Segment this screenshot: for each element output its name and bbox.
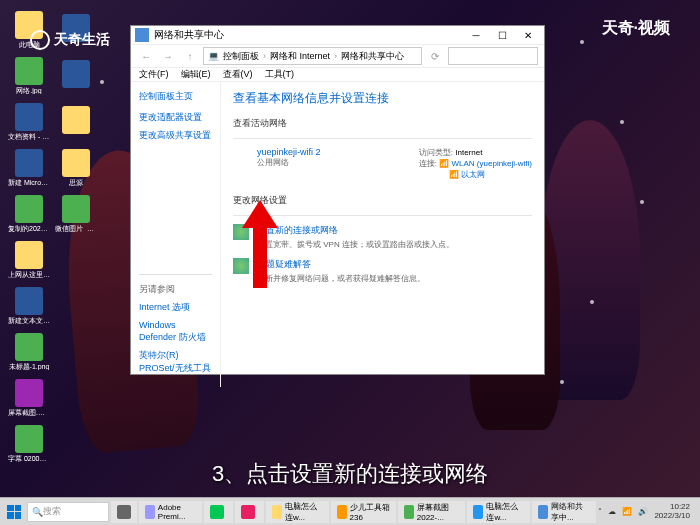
conn-label: 连接: bbox=[419, 159, 437, 168]
taskbar-search[interactable]: 🔍 搜索 bbox=[27, 502, 109, 522]
file-icon bbox=[62, 195, 90, 223]
sidebar: 控制面板主页 更改适配器设置 更改高级共享设置 另请参阅 Internet 选项… bbox=[131, 82, 221, 387]
watermark-right: 天奇·视频 bbox=[602, 18, 670, 39]
troubleshoot-desc: 诊断并修复网络问题，或者获得疑难解答信息。 bbox=[257, 273, 425, 284]
file-icon bbox=[15, 241, 43, 269]
task-label: 电脑怎么连w... bbox=[285, 501, 322, 523]
new-connection-link[interactable]: 设置新的连接或网络 bbox=[257, 224, 454, 237]
start-button[interactable] bbox=[4, 501, 25, 523]
taskbar-task[interactable] bbox=[235, 501, 264, 523]
task-icon bbox=[210, 505, 224, 519]
file-icon bbox=[15, 149, 43, 177]
desktop-icon[interactable]: 上网从这里开始.html bbox=[8, 238, 50, 280]
sidebar-firewall[interactable]: Windows Defender 防火墙 bbox=[139, 319, 212, 344]
task-icon bbox=[473, 505, 483, 519]
troubleshoot-link[interactable]: 问题疑难解答 bbox=[257, 258, 425, 271]
active-networks-title: 查看活动网络 bbox=[233, 117, 532, 130]
file-icon bbox=[15, 103, 43, 131]
up-button[interactable]: ↑ bbox=[181, 47, 199, 65]
maximize-button[interactable]: ☐ bbox=[490, 26, 514, 44]
forward-button[interactable]: → bbox=[159, 47, 177, 65]
desktop-icon[interactable]: 文档资料 - 072030... bbox=[8, 100, 50, 142]
access-label: 访问类型: bbox=[419, 148, 453, 157]
ethernet-link[interactable]: 以太网 bbox=[461, 170, 485, 179]
desktop-icon[interactable]: 字幕 020000.png bbox=[8, 422, 50, 464]
file-icon bbox=[15, 195, 43, 223]
icon-label: 新建文本文档.txt bbox=[8, 317, 50, 324]
task-label: 屏幕截图2022-... bbox=[417, 502, 460, 522]
wifi-icon[interactable]: 📶 bbox=[622, 507, 632, 516]
main-title: 查看基本网络信息并设置连接 bbox=[233, 90, 532, 107]
clock[interactable]: 10:22 2022/3/10 bbox=[654, 503, 690, 521]
breadcrumb[interactable]: 控制面板 bbox=[223, 50, 259, 63]
sidebar-sharing-settings[interactable]: 更改高级共享设置 bbox=[139, 129, 212, 142]
search-input[interactable] bbox=[448, 47, 538, 65]
desktop-icon[interactable]: 复制的2021 最新PNG 020000.png bbox=[8, 192, 50, 234]
menubar: 文件(F) 编辑(E) 查看(V) 工具(T) bbox=[131, 68, 544, 82]
breadcrumb-icon: 💻 bbox=[208, 51, 219, 61]
file-icon bbox=[15, 333, 43, 361]
desktop-icon[interactable] bbox=[55, 100, 97, 142]
taskbar-task[interactable]: 少儿工具箱 236 bbox=[331, 501, 396, 523]
tray-chevron-icon[interactable]: ˄ bbox=[598, 507, 602, 516]
taskbar-task[interactable]: 电脑怎么连w... bbox=[467, 501, 530, 523]
titlebar[interactable]: 网络和共享中心 ─ ☐ ✕ bbox=[131, 26, 544, 45]
icon-label: 思源 bbox=[69, 179, 83, 186]
desktop-icon[interactable]: 新建文本文档.txt bbox=[8, 284, 50, 326]
back-button[interactable]: ← bbox=[137, 47, 155, 65]
sidebar-internet-options[interactable]: Internet 选项 bbox=[139, 301, 212, 314]
refresh-button[interactable]: ⟳ bbox=[426, 47, 444, 65]
task-label: 少儿工具箱 236 bbox=[350, 502, 390, 522]
onedrive-icon[interactable]: ☁ bbox=[608, 507, 616, 516]
volume-icon[interactable]: 🔊 bbox=[638, 507, 648, 516]
taskbar-task[interactable]: 屏幕截图2022-... bbox=[398, 501, 466, 523]
menu-tools[interactable]: 工具(T) bbox=[265, 68, 295, 81]
breadcrumb[interactable]: 网络和 Internet bbox=[270, 50, 330, 63]
taskbar-task[interactable]: Adobe Premi... bbox=[139, 501, 202, 523]
icon-label: 上网从这里开始.html bbox=[8, 271, 50, 278]
icon-label: 屏幕截图.mp4 bbox=[8, 409, 50, 416]
desktop-icon[interactable]: 思源 bbox=[55, 146, 97, 188]
sidebar-adapter-settings[interactable]: 更改适配器设置 bbox=[139, 111, 212, 124]
network-sharing-window: 网络和共享中心 ─ ☐ ✕ ← → ↑ 💻 控制面板› 网络和 Internet… bbox=[130, 25, 545, 375]
icon-label: 新建 Microsoft... bbox=[8, 179, 50, 186]
file-icon bbox=[62, 60, 90, 88]
wlan-link[interactable]: WLAN (yuepinkeji-wifi) bbox=[452, 159, 532, 168]
menu-file[interactable]: 文件(F) bbox=[139, 68, 169, 81]
menu-edit[interactable]: 编辑(E) bbox=[181, 68, 211, 81]
task-icon bbox=[404, 505, 414, 519]
minimize-button[interactable]: ─ bbox=[464, 26, 488, 44]
task-icon bbox=[241, 505, 255, 519]
sidebar-section: 另请参阅 bbox=[139, 283, 212, 296]
task-label: 电脑怎么连w... bbox=[486, 501, 523, 523]
address-bar[interactable]: 💻 控制面板› 网络和 Internet› 网络和共享中心 bbox=[203, 47, 422, 65]
breadcrumb[interactable]: 网络和共享中心 bbox=[341, 50, 404, 63]
desktop-icon[interactable]: 微信图片_20220... bbox=[55, 192, 97, 234]
desktop-icon[interactable]: 新建 Microsoft... bbox=[8, 146, 50, 188]
task-icon bbox=[272, 505, 282, 519]
taskbar-task[interactable]: 电脑怎么连w... bbox=[266, 501, 329, 523]
watermark-left: 天奇生活 bbox=[30, 30, 110, 50]
desktop-icon[interactable]: 未标题-1.png bbox=[8, 330, 50, 372]
desktop-icon[interactable]: 屏幕截图.mp4 bbox=[8, 376, 50, 418]
new-connection-desc: 设置宽带、拨号或 VPN 连接；或设置路由器或接入点。 bbox=[257, 239, 454, 250]
sidebar-home[interactable]: 控制面板主页 bbox=[139, 90, 212, 103]
task-label: Adobe Premi... bbox=[158, 503, 196, 521]
sidebar-proset[interactable]: 英特尔(R) PROSet/无线工具 bbox=[139, 349, 212, 374]
file-icon bbox=[15, 287, 43, 315]
file-icon bbox=[15, 57, 43, 85]
taskbar: 🔍 搜索 Adobe Premi...电脑怎么连w...少儿工具箱 236屏幕截… bbox=[0, 497, 700, 525]
desktop-icons: 此电脑网络.jpg文档资料 - 072030...新建 Microsoft...… bbox=[8, 8, 50, 464]
icon-label: 网络.jpg bbox=[16, 87, 41, 94]
task-view-button[interactable] bbox=[111, 501, 137, 523]
taskbar-task[interactable]: 网络和共享中... bbox=[532, 501, 596, 523]
desktop-icon[interactable] bbox=[55, 54, 97, 96]
close-button[interactable]: ✕ bbox=[516, 26, 540, 44]
desktop-icon[interactable]: 网络.jpg bbox=[8, 54, 50, 96]
date: 2022/3/10 bbox=[654, 512, 690, 521]
tutorial-caption: 3、点击设置新的连接或网络 bbox=[0, 459, 700, 489]
network-name[interactable]: yuepinkeji-wifi 2 bbox=[257, 147, 407, 157]
system-tray[interactable]: ˄ ☁ 📶 🔊 10:22 2022/3/10 bbox=[598, 503, 696, 521]
taskbar-task[interactable] bbox=[204, 501, 233, 523]
menu-view[interactable]: 查看(V) bbox=[223, 68, 253, 81]
